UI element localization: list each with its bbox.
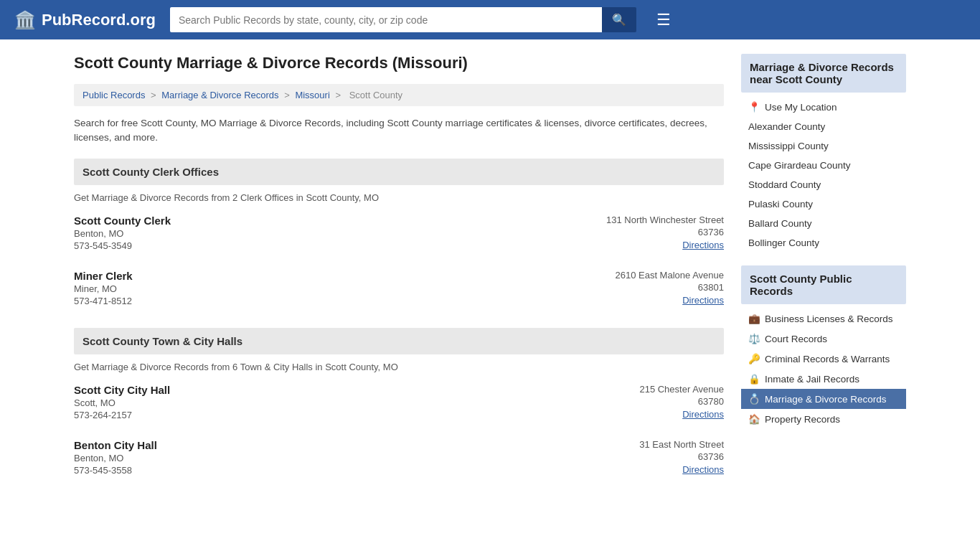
ballard-county-link[interactable]: Ballard County [748,218,812,229]
city-halls-desc: Get Marriage & Divorce Records from 6 To… [74,362,724,372]
sidebar-item-cape-girardeau-county[interactable]: Cape Girardeau County [741,156,906,175]
nearby-counties-list: 📍 Use My Location Alexander County Missi… [741,97,906,253]
search-button[interactable]: 🔍 [602,7,636,32]
clerk-offices-header: Scott County Clerk Offices [74,159,724,185]
search-input[interactable] [170,7,602,32]
court-records-link[interactable]: Court Records [765,334,827,344]
breadcrumb-sep-3: > [335,90,343,100]
record-name: Scott County Clerk [74,215,580,227]
record-phone: 573-545-3549 [74,240,580,251]
record-street: 2610 East Malone Avenue [580,270,724,281]
inmate-records-link[interactable]: Inmate & Jail Records [765,374,859,385]
directions-link[interactable]: Directions [682,464,724,475]
site-header: 🏛️ PubRecord.org 🔍 ☰ [0,0,980,39]
main-container: Scott County Marriage & Divorce Records … [60,39,920,512]
property-records-link[interactable]: Property Records [765,414,840,425]
content-area: Scott County Marriage & Divorce Records … [74,54,724,497]
scales-icon: ⚖️ [748,333,760,344]
record-entry: Miner Clerk Miner, MO 573-471-8512 2610 … [74,270,724,311]
city-halls-header: Scott County Town & City Halls [74,328,724,354]
criminal-records-link[interactable]: Criminal Records & Warrants [765,354,890,364]
sidebar-item-pulaski-county[interactable]: Pulaski County [741,194,906,214]
pulaski-county-link[interactable]: Pulaski County [748,199,813,209]
record-entry: Benton City Hall Benton, MO 573-545-3558… [74,439,724,480]
clerk-offices-section: Scott County Clerk Offices Get Marriage … [74,159,724,311]
sidebar-item-court-records[interactable]: ⚖️ Court Records [741,329,906,349]
record-zip: 63780 [580,396,724,407]
record-info: Miner Clerk Miner, MO 573-471-8512 [74,270,580,306]
public-records-list: 💼 Business Licenses & Records ⚖️ Court R… [741,309,906,429]
breadcrumb-public-records[interactable]: Public Records [83,90,145,100]
record-phone: 573-264-2157 [74,410,580,420]
record-address: 131 North Winchester Street 63736 Direct… [580,215,724,251]
record-address: 31 East North Street 63736 Directions [580,439,724,476]
sidebar-item-alexander-county[interactable]: Alexander County [741,117,906,136]
briefcase-icon: 💼 [748,313,760,324]
home-icon: 🏠 [748,413,760,425]
menu-icon: ☰ [656,11,671,29]
city-halls-section: Scott County Town & City Halls Get Marri… [74,328,724,480]
marriage-divorce-link[interactable]: Marriage & Divorce Records [765,394,887,405]
lock-icon: 🔒 [748,373,760,385]
record-city: Scott, MO [74,397,580,408]
sidebar: Marriage & Divorce Records near Scott Co… [741,54,906,497]
rings-icon: 💍 [748,393,760,405]
sidebar-item-mississippi-county[interactable]: Mississippi County [741,136,906,156]
use-location-item[interactable]: 📍 Use My Location [741,97,906,117]
record-address: 2610 East Malone Avenue 63801 Directions [580,270,724,306]
record-city: Benton, MO [74,453,580,463]
stoddard-county-link[interactable]: Stoddard County [748,179,821,190]
sidebar-item-property-records[interactable]: 🏠 Property Records [741,409,906,429]
directions-link[interactable]: Directions [682,295,724,306]
record-street: 31 East North Street [580,439,724,450]
breadcrumb-marriage-divorce[interactable]: Marriage & Divorce Records [161,90,278,100]
business-licenses-link[interactable]: Business Licenses & Records [765,314,893,324]
record-name: Scott City City Hall [74,384,580,396]
record-name: Benton City Hall [74,439,580,451]
sidebar-item-marriage-divorce[interactable]: 💍 Marriage & Divorce Records [741,389,906,409]
clerk-offices-desc: Get Marriage & Divorce Records from 2 Cl… [74,192,724,203]
record-street: 131 North Winchester Street [580,215,724,225]
directions-link[interactable]: Directions [682,240,724,250]
cape-girardeau-county-link[interactable]: Cape Girardeau County [748,160,851,171]
record-street: 215 Chester Avenue [580,384,724,395]
sidebar-item-criminal-records[interactable]: 🔑 Criminal Records & Warrants [741,349,906,369]
public-records-box: Scott County Public Records 💼 Business L… [741,265,906,429]
record-info: Benton City Hall Benton, MO 573-545-3558 [74,439,580,476]
directions-link[interactable]: Directions [682,409,724,420]
bollinger-county-link[interactable]: Bollinger County [748,237,819,248]
sidebar-item-business-licenses[interactable]: 💼 Business Licenses & Records [741,309,906,329]
breadcrumb-missouri[interactable]: Missouri [295,90,329,100]
page-description: Search for free Scott County, MO Marriag… [74,116,724,146]
record-address: 215 Chester Avenue 63780 Directions [580,384,724,420]
sidebar-item-ballard-county[interactable]: Ballard County [741,214,906,233]
breadcrumb-sep-1: > [151,90,159,100]
alexander-county-link[interactable]: Alexander County [748,121,825,132]
mississippi-county-link[interactable]: Mississippi County [748,141,829,151]
sidebar-item-inmate-records[interactable]: 🔒 Inmate & Jail Records [741,369,906,389]
menu-button[interactable]: ☰ [656,11,671,29]
use-location-link[interactable]: Use My Location [765,102,837,113]
search-icon: 🔍 [612,14,626,26]
breadcrumb: Public Records > Marriage & Divorce Reco… [74,84,724,106]
record-entry: Scott County Clerk Benton, MO 573-545-35… [74,215,724,255]
public-records-title: Scott County Public Records [741,265,906,304]
logo-text: PubRecord.org [42,11,156,29]
record-city: Miner, MO [74,283,580,294]
record-name: Miner Clerk [74,270,580,282]
logo-icon: 🏛️ [14,10,36,30]
nearby-counties-box: Marriage & Divorce Records near Scott Co… [741,54,906,253]
record-phone: 573-545-3558 [74,465,580,476]
record-info: Scott City City Hall Scott, MO 573-264-2… [74,384,580,420]
breadcrumb-sep-2: > [284,90,292,100]
sidebar-item-stoddard-county[interactable]: Stoddard County [741,175,906,194]
sidebar-item-bollinger-county[interactable]: Bollinger County [741,233,906,253]
record-info: Scott County Clerk Benton, MO 573-545-35… [74,215,580,251]
nearby-counties-title: Marriage & Divorce Records near Scott Co… [741,54,906,93]
record-phone: 573-471-8512 [74,296,580,306]
logo[interactable]: 🏛️ PubRecord.org [14,10,156,30]
record-entry: Scott City City Hall Scott, MO 573-264-2… [74,384,724,425]
page-title: Scott County Marriage & Divorce Records … [74,54,724,72]
record-zip: 63801 [580,282,724,293]
breadcrumb-scott-county: Scott County [349,90,402,100]
